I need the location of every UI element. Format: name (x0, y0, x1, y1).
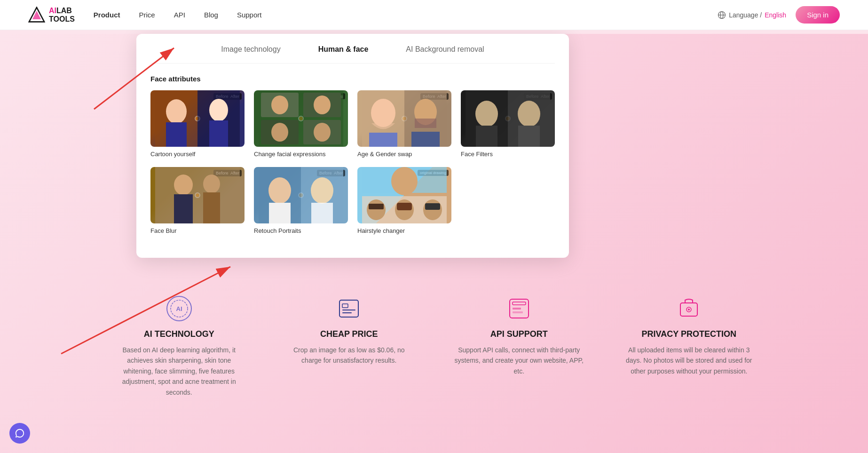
age-gender-img: Before After (357, 90, 451, 147)
face-filter-label: Face Filters (461, 151, 555, 158)
retouch-img: Before After (254, 167, 348, 223)
face-filter-illustration (461, 90, 555, 147)
tab-image-technology[interactable]: Image technology (221, 43, 280, 56)
svg-point-8 (166, 99, 187, 124)
svg-point-43 (311, 177, 333, 204)
privacy-title: PRIVACY PROTECTION (642, 329, 736, 339)
nav-support[interactable]: Support (237, 11, 262, 19)
ai-tech-icon: AI (166, 295, 192, 322)
svg-rect-9 (166, 122, 187, 147)
nav-price[interactable]: Price (139, 11, 155, 19)
cheap-price-desc: Crop an image for as low as $0.06, no ch… (283, 345, 416, 366)
face-blur-label: Face Blur (150, 227, 245, 234)
logo-text: AILABTOOLS (49, 7, 75, 23)
api-support-desc: Support API calls, connect with third-pa… (453, 345, 585, 376)
svg-point-23 (371, 99, 395, 127)
privacy-icon-svg (676, 295, 702, 322)
face-filter-img: Before After (461, 90, 555, 147)
svg-rect-12 (209, 120, 228, 147)
language-label: Language / (729, 11, 762, 19)
face-attributes-section: Face attributes Before After (150, 75, 555, 234)
feature-cheap-price: CHEAP PRICE Crop an image for as low as … (264, 295, 434, 397)
nav-blog[interactable]: Blog (204, 11, 218, 19)
svg-rect-51 (397, 203, 412, 210)
svg-rect-61 (342, 310, 355, 310)
api-icon-svg (506, 295, 532, 322)
api-support-title: API SUPPORT (490, 329, 548, 339)
grid-item-hairstyle[interactable]: original drawing (357, 167, 451, 234)
nav-links: Product Price API Blog Support (94, 11, 718, 19)
age-gender-illustration (357, 90, 451, 147)
svg-rect-66 (513, 311, 523, 313)
grid-item-retouch[interactable]: Before After Retouch Portraits (254, 167, 348, 234)
tab-human-face[interactable]: Human & face (318, 43, 369, 56)
privacy-icon (676, 295, 702, 322)
nav-product[interactable]: Product (94, 11, 120, 19)
grid-row-2: Before After Face Blur (150, 167, 555, 234)
feature-api-support: API SUPPORT Support API calls, connect w… (434, 295, 604, 397)
product-dropdown: Image technology Human & face AI Backgro… (136, 34, 569, 258)
nav-api[interactable]: API (174, 11, 185, 19)
cartoon-img: Before After (150, 90, 245, 147)
svg-rect-53 (425, 203, 440, 210)
grid-row-1: Before After (150, 90, 555, 158)
ai-icon-svg: AI (166, 295, 192, 322)
svg-point-46 (391, 167, 418, 195)
blur-illustration (150, 167, 245, 223)
cartoon-label: Cartoon yourself (150, 151, 245, 158)
grid-item-cartoon[interactable]: Before After (150, 90, 245, 158)
svg-rect-33 (518, 126, 540, 147)
price-icon-svg (336, 295, 362, 322)
grid-item-age-gender[interactable]: Before After (357, 90, 451, 158)
svg-rect-44 (311, 203, 333, 223)
grid-item-face-filters[interactable]: Before After Face Filters (461, 90, 555, 158)
cartoon-illustration (150, 90, 245, 147)
svg-point-19 (271, 123, 288, 142)
privacy-desc: All uploaded items will be cleared withi… (623, 345, 756, 376)
svg-point-40 (268, 177, 291, 204)
svg-point-32 (518, 101, 540, 127)
face-blur-img: Before After (150, 167, 245, 223)
sign-in-button[interactable]: Sign in (796, 6, 840, 24)
hairstyle-label: Hairstyle changer (357, 227, 451, 234)
language-value: English (765, 11, 786, 19)
svg-rect-41 (269, 203, 291, 223)
svg-rect-64 (513, 302, 526, 305)
svg-point-35 (174, 175, 193, 195)
facial-illustration (254, 90, 348, 147)
api-support-icon (506, 295, 532, 322)
retouch-illustration (254, 167, 348, 223)
retouch-label: Retouch Portraits (254, 227, 348, 234)
tab-ai-background[interactable]: AI Background removal (406, 43, 484, 56)
grid-item-face-blur[interactable]: Before After Face Blur (150, 167, 245, 234)
logo[interactable]: AILABTOOLS (28, 7, 75, 24)
age-gender-label: Age & Gender swap (357, 151, 451, 158)
grid-item-facial[interactable]: original drawing (254, 90, 348, 158)
svg-point-11 (209, 99, 228, 121)
features-section: AI AI TECHNOLOGY Based on AI deep learni… (0, 277, 868, 416)
language-selector[interactable]: Language / English (718, 11, 786, 19)
svg-point-29 (475, 101, 498, 127)
feature-ai-technology: AI AI TECHNOLOGY Based on AI deep learni… (94, 295, 264, 397)
svg-point-69 (688, 309, 690, 310)
svg-point-15 (271, 95, 288, 114)
svg-rect-27 (411, 132, 440, 147)
nav-right: Language / English Sign in (718, 6, 840, 24)
svg-rect-34 (155, 167, 240, 223)
navbar: AILABTOOLS Product Price API Blog Suppor… (0, 0, 868, 30)
svg-rect-38 (203, 192, 220, 223)
section-title: Face attributes (150, 75, 555, 83)
svg-point-37 (203, 175, 220, 193)
cheap-price-icon (336, 295, 362, 322)
chat-bubble[interactable] (9, 423, 30, 444)
svg-rect-36 (174, 194, 193, 223)
svg-rect-49 (369, 204, 384, 209)
cheap-price-title: CHEAP PRICE (320, 329, 378, 339)
svg-rect-30 (476, 126, 497, 147)
panel-tabs: Image technology Human & face AI Backgro… (150, 43, 555, 64)
hairstyle-illustration (357, 167, 451, 223)
svg-rect-62 (342, 312, 352, 313)
facial-img: original drawing (254, 90, 348, 147)
chat-icon (15, 428, 25, 438)
svg-rect-24 (369, 133, 397, 147)
